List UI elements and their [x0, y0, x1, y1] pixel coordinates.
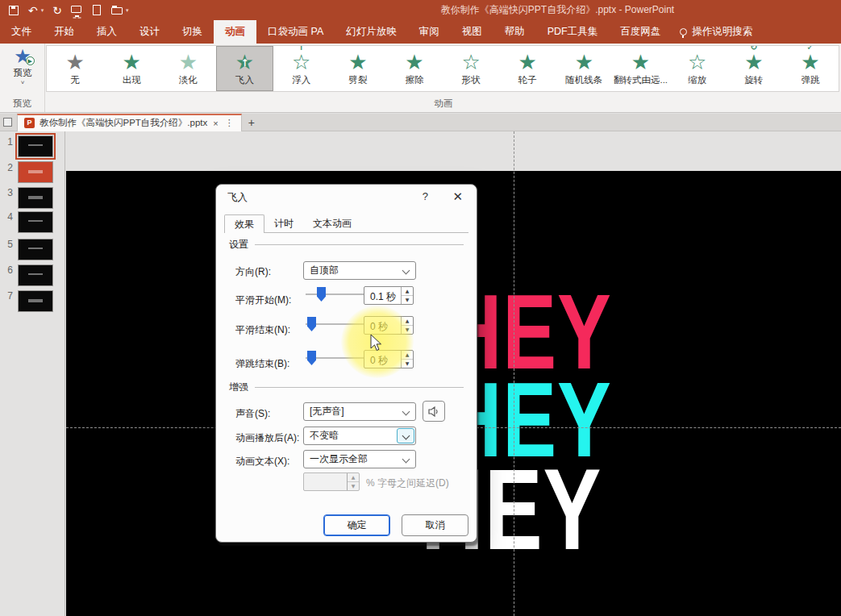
- tab-timing[interactable]: 计时: [264, 214, 303, 233]
- gallery-item-wipe[interactable]: ★ 擦除: [386, 46, 443, 91]
- gallery-item-label: 飞入: [235, 74, 254, 86]
- star-outline-icon: ☆: [461, 51, 480, 73]
- star-zoom-icon: ☆: [688, 51, 706, 73]
- ribbon-tab-baidu-pan[interactable]: 百度网盘: [609, 20, 672, 44]
- slider-thumb[interactable]: [307, 317, 316, 331]
- spin-down-icon[interactable]: ▼: [402, 360, 413, 368]
- slide-thumbnail-4[interactable]: [18, 211, 53, 233]
- preview-button[interactable]: ★▶ 预览 ˅: [3, 46, 42, 94]
- cancel-button[interactable]: 取消: [402, 514, 468, 536]
- slide-thumbnail-2[interactable]: [18, 161, 53, 183]
- new-tab-button[interactable]: +: [242, 116, 261, 129]
- tab-text-animation[interactable]: 文本动画: [303, 214, 361, 233]
- spin-up-icon[interactable]: ▲: [402, 317, 413, 326]
- direction-select[interactable]: 自顶部: [303, 261, 416, 280]
- slide-number: 6: [3, 264, 13, 276]
- preview-group-label: 预览: [0, 98, 44, 110]
- gallery-item-spin[interactable]: ★↻ 旋转: [726, 46, 782, 91]
- ribbon-tab-slideshow[interactable]: 幻灯片放映: [335, 20, 408, 44]
- slide-thumbnail-7[interactable]: [18, 290, 53, 312]
- undo-dropdown-icon[interactable]: ▾: [41, 7, 44, 14]
- ribbon-tab-design[interactable]: 设计: [128, 20, 171, 44]
- gallery-item-label: 旋转: [744, 74, 763, 86]
- animate-text-value: 一次显示全部: [310, 453, 368, 464]
- slide-number: 3: [3, 187, 13, 198]
- gallery-item-fade[interactable]: ★ 淡化: [160, 46, 216, 91]
- slide-thumbnail-3[interactable]: [18, 187, 53, 209]
- spin-up-icon[interactable]: ▲: [402, 351, 413, 360]
- ribbon-tab-home[interactable]: 开始: [43, 20, 85, 44]
- slideshow-icon[interactable]: [71, 5, 82, 16]
- animate-text-select[interactable]: 一次显示全部: [303, 450, 416, 468]
- spin-up-icon[interactable]: ▲: [402, 287, 413, 296]
- slider-thumb[interactable]: [317, 287, 326, 302]
- preview-dropdown-icon[interactable]: ˅: [3, 79, 42, 86]
- ok-button[interactable]: 确定: [323, 514, 390, 536]
- smooth-end-slider[interactable]: [306, 316, 364, 332]
- ribbon-tab-pocket-animation[interactable]: 口袋动画 PA: [256, 20, 335, 44]
- gallery-item-zoom[interactable]: ☆ 缩放: [669, 46, 726, 91]
- gallery-item-split[interactable]: ★ 劈裂: [330, 46, 386, 91]
- ribbon-tab-insert[interactable]: 插入: [85, 20, 128, 44]
- animation-gallery: ★ 无 ★ 出现 ★ 淡化 ★↑ 飞入 ☆↑ 浮入 ★ 劈裂: [46, 45, 839, 92]
- ribbon-tab-help[interactable]: 帮助: [493, 20, 536, 44]
- tab-more-icon[interactable]: ⋮: [224, 118, 235, 128]
- double-star-icon: ★: [631, 51, 650, 73]
- bounce-end-spinner[interactable]: 0 秒 ▲▼: [364, 350, 414, 368]
- slide-thumbnail-1[interactable]: [18, 135, 53, 157]
- smooth-end-spinner[interactable]: 0 秒 ▲▼: [364, 316, 414, 335]
- preview-group: ★▶ 预览 ˅ 预览: [0, 44, 45, 112]
- enhance-group-header: 增强: [229, 381, 464, 394]
- new-file-icon[interactable]: [91, 5, 102, 16]
- slider-thumb[interactable]: [307, 351, 316, 365]
- close-icon[interactable]: ✕: [452, 189, 463, 204]
- sound-volume-button[interactable]: [423, 401, 445, 422]
- spin-down-icon[interactable]: ▼: [402, 326, 413, 334]
- customize-qat-icon[interactable]: ▾: [126, 7, 129, 14]
- bounce-end-slider[interactable]: [306, 350, 364, 366]
- dialog-title-bar[interactable]: 飞入 ? ✕: [216, 185, 477, 209]
- help-icon[interactable]: ?: [423, 190, 428, 202]
- star-lines-icon: ★: [575, 51, 593, 73]
- open-folder-icon[interactable]: [111, 5, 123, 16]
- gallery-item-label: 翻转式由远...: [614, 74, 668, 86]
- powerpoint-window: ↶ ▾ ↻ ▾ 教你制作《高端快闪PPT自我介绍》.pptx - PowerPo…: [0, 0, 841, 616]
- tab-effect[interactable]: 效果: [224, 214, 264, 233]
- gallery-item-appear[interactable]: ★ 出现: [103, 46, 160, 91]
- ribbon-tab-file[interactable]: 文件: [0, 20, 43, 44]
- spin-down-icon[interactable]: ▼: [402, 296, 413, 304]
- slide-thumbnail-6[interactable]: [18, 264, 53, 286]
- gallery-item-wheel[interactable]: ★ 轮子: [499, 46, 556, 91]
- document-tab-active[interactable]: P 教你制作《高端快闪PPT自我介绍》.pptx × ⋮: [17, 114, 242, 131]
- close-tab-icon[interactable]: ×: [212, 119, 219, 128]
- gallery-item-random-bars[interactable]: ★ 随机线条: [556, 46, 612, 91]
- gallery-item-label: 擦除: [405, 74, 423, 86]
- save-icon[interactable]: [8, 5, 19, 16]
- ribbon-tab-animations[interactable]: 动画: [214, 20, 256, 44]
- window-restore-icon[interactable]: [3, 118, 12, 127]
- gallery-item-bounce[interactable]: ★✓ 弹跳: [782, 46, 839, 91]
- smooth-start-slider[interactable]: [306, 286, 364, 302]
- ribbon-tab-transitions[interactable]: 切换: [171, 20, 214, 44]
- gallery-item-fly-in[interactable]: ★↑ 飞入: [216, 46, 273, 91]
- gallery-item-shape[interactable]: ☆ 形状: [443, 46, 499, 91]
- gallery-item-fly-rotate-zoom[interactable]: ★ 翻转式由远...: [612, 46, 668, 91]
- ribbon-tab-review[interactable]: 审阅: [408, 20, 451, 44]
- check-icon: ✓: [806, 45, 814, 59]
- tell-me-search[interactable]: 操作说明搜索: [672, 20, 760, 44]
- vertical-guide[interactable]: [514, 131, 514, 616]
- gallery-item-none[interactable]: ★ 无: [47, 46, 103, 91]
- smooth-start-spinner[interactable]: 0.1 秒 ▲▼: [364, 286, 414, 305]
- sound-select[interactable]: [无声音]: [303, 402, 416, 421]
- after-animation-select[interactable]: 不变暗: [303, 427, 416, 445]
- slide-thumbnail-5[interactable]: [18, 239, 53, 260]
- ribbon-tab-view[interactable]: 视图: [451, 20, 493, 44]
- star-faded-icon: ★: [179, 51, 198, 73]
- bounce-end-label: 弹跳结束(B):: [235, 357, 289, 371]
- slide-thumbnail-panel: 1 2 3 4 5 6 7: [0, 131, 65, 616]
- panel-splitter[interactable]: [65, 131, 65, 616]
- ribbon-tab-pdf-tools[interactable]: PDF工具集: [536, 20, 610, 44]
- redo-icon[interactable]: ↻: [52, 5, 62, 16]
- gallery-item-float-in[interactable]: ☆↑ 浮入: [273, 46, 330, 91]
- undo-icon[interactable]: ↶: [28, 5, 38, 16]
